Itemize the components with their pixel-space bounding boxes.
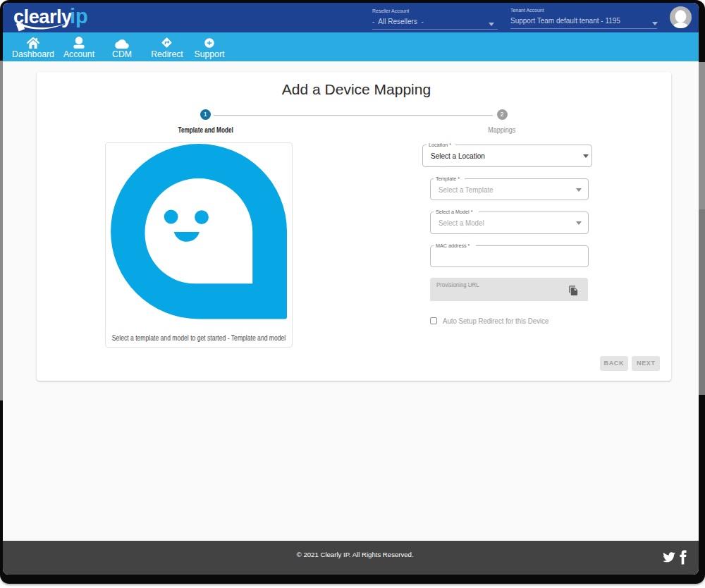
svg-text:ip: ip	[70, 6, 87, 27]
